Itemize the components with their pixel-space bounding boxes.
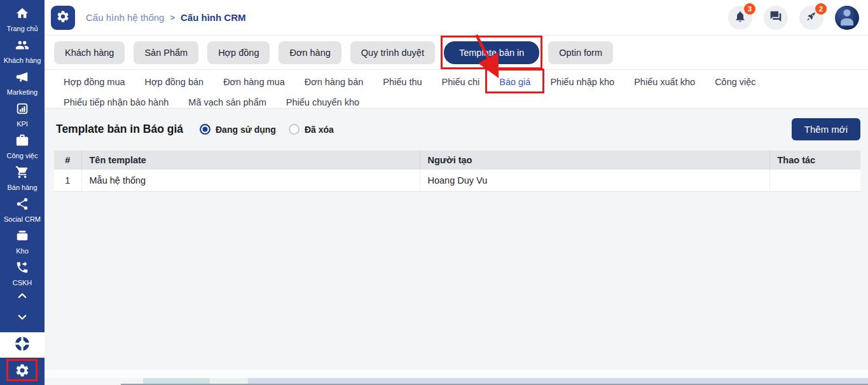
sidebar-nav: Trang chủ Khách hàng Marketing KPI Công … bbox=[0, 0, 45, 332]
sidebar-item-cong-viec[interactable]: Công việc bbox=[0, 130, 45, 162]
notifications-badge: 3 bbox=[744, 3, 755, 15]
notifications-button[interactable]: 3 bbox=[728, 6, 752, 30]
box-icon bbox=[15, 229, 29, 245]
subtab-label: Báo giá bbox=[499, 77, 530, 87]
subtab-line-2: Phiếu tiếp nhận bảo hành Mã vạch sản phẩ… bbox=[64, 97, 868, 110]
sidebar-scroll-up-button[interactable] bbox=[0, 289, 45, 303]
tab-template-ban-in[interactable]: Template bản in bbox=[444, 41, 539, 64]
title-row: Template bản in Báo giá Đang sử dụng Đã … bbox=[45, 109, 868, 140]
subtab-phieu-nhap-kho[interactable]: Phiếu nhập kho bbox=[550, 77, 614, 90]
main-area: Cấu hình hệ thống > Cấu hình CRM 3 2 bbox=[45, 0, 868, 385]
sidebar-item-label: KPI bbox=[17, 120, 28, 128]
sidebar-item-ban-hang[interactable]: Bán hàng bbox=[0, 162, 45, 194]
tab-hop-dong[interactable]: Hợp đồng bbox=[207, 41, 270, 64]
sidebar-item-trang-chu[interactable]: Trang chủ bbox=[0, 3, 45, 35]
scrollbar-segment bbox=[143, 378, 210, 384]
breadcrumb-current[interactable]: Cấu hình CRM bbox=[181, 12, 246, 23]
megaphone-icon bbox=[15, 70, 29, 86]
template-type-tab-bar: Hợp đồng mua Hợp đồng bán Đơn hàng mua Đ… bbox=[45, 70, 868, 109]
sidebar-support-button[interactable] bbox=[0, 332, 45, 358]
subtab-ma-vach-san-pham[interactable]: Mã vạch sản phẩm bbox=[188, 97, 266, 110]
subtab-phieu-chi[interactable]: Phiếu chi bbox=[442, 77, 480, 90]
tab-quy-trinh-duyet[interactable]: Quy trình duyệt bbox=[350, 41, 435, 64]
briefcase-icon bbox=[15, 133, 29, 150]
subtab-phieu-thu[interactable]: Phiếu thu bbox=[383, 77, 422, 90]
subtab-bao-gia[interactable]: Báo giá bbox=[499, 77, 530, 93]
scrollbar-thumb[interactable] bbox=[248, 378, 868, 384]
radio-label: Đã xóa bbox=[305, 125, 334, 135]
sidebar-item-label: Bán hàng bbox=[7, 184, 37, 191]
chevron-up-icon bbox=[17, 291, 28, 302]
cart-icon bbox=[15, 165, 29, 182]
table-row[interactable]: 1 Mẫu hệ thống Hoang Duy Vu bbox=[54, 170, 860, 192]
sidebar-item-label: Kho bbox=[16, 247, 29, 255]
sidebar-item-kpi[interactable]: KPI bbox=[0, 98, 45, 130]
topbar-actions: 3 2 bbox=[728, 6, 859, 30]
messages-button[interactable] bbox=[764, 6, 788, 30]
subtab-phieu-chuyen-kho[interactable]: Phiếu chuyển kho bbox=[286, 97, 359, 110]
sidebar-settings-button[interactable] bbox=[0, 358, 45, 385]
subtab-don-hang-ban[interactable]: Đơn hàng bán bbox=[305, 77, 364, 90]
radio-selected-icon[interactable] bbox=[200, 124, 210, 135]
subtab-phieu-tiep-nhan-bao-hanh[interactable]: Phiếu tiếp nhận bảo hành bbox=[64, 97, 169, 110]
page-title: Template bản in Báo giá bbox=[56, 123, 183, 136]
user-avatar[interactable] bbox=[835, 6, 859, 30]
column-header-creator: Người tạo bbox=[420, 151, 769, 170]
status-filter-group: Đang sử dụng Đã xóa bbox=[200, 124, 334, 135]
sidebar-item-label: Marketing bbox=[7, 88, 38, 96]
bottom-spacer bbox=[45, 370, 868, 378]
sidebar-item-social-crm[interactable]: Social CRM bbox=[0, 194, 45, 226]
sidebar-item-cskh[interactable]: CSKH bbox=[0, 257, 45, 289]
bottom-strips bbox=[45, 370, 868, 385]
sidebar-item-label: Khách hàng bbox=[4, 57, 41, 64]
config-gear-button[interactable] bbox=[51, 6, 75, 30]
subtab-cong-viec[interactable]: Công việc bbox=[715, 77, 755, 90]
sidebar-item-kho[interactable]: Kho bbox=[0, 226, 45, 257]
sidebar-item-label: CSKH bbox=[13, 279, 32, 287]
sidebar-scroll-down-button[interactable] bbox=[0, 311, 45, 325]
radio-dang-su-dung[interactable]: Đang sử dụng bbox=[200, 124, 276, 135]
content-area: Template bản in Báo giá Đang sử dụng Đã … bbox=[45, 109, 868, 385]
breadcrumb: Cấu hình hệ thống > Cấu hình CRM bbox=[86, 12, 246, 23]
column-header-actions: Thao tác bbox=[769, 151, 860, 170]
share-icon bbox=[15, 197, 29, 213]
subtab-phieu-xuat-kho[interactable]: Phiếu xuất kho bbox=[634, 77, 695, 90]
users-icon bbox=[15, 38, 29, 55]
sidebar-item-label: Công việc bbox=[7, 152, 38, 159]
column-header-template-name: Tên template bbox=[81, 151, 420, 170]
tab-optin-form[interactable]: Optin form bbox=[548, 41, 613, 64]
breadcrumb-parent[interactable]: Cấu hình hệ thống bbox=[86, 12, 164, 23]
column-header-index: # bbox=[54, 151, 81, 170]
gear-icon bbox=[56, 10, 70, 25]
gear-icon bbox=[15, 363, 30, 381]
app-root: Trang chủ Khách hàng Marketing KPI Công … bbox=[0, 0, 868, 385]
subtab-hop-dong-ban[interactable]: Hợp đồng bán bbox=[145, 77, 204, 90]
chevron-down-icon bbox=[17, 313, 28, 323]
top-bar: Cấu hình hệ thống > Cấu hình CRM 3 2 bbox=[45, 0, 868, 36]
tab-don-hang[interactable]: Đơn hàng bbox=[279, 41, 341, 64]
cell-index: 1 bbox=[54, 170, 81, 192]
horizontal-scrollbar[interactable] bbox=[143, 378, 868, 384]
quick-start-button[interactable]: 2 bbox=[799, 6, 823, 30]
add-new-button[interactable]: Thêm mới bbox=[792, 118, 860, 140]
sidebar-item-khach-hang[interactable]: Khách hàng bbox=[0, 35, 45, 67]
tab-san-pham[interactable]: Sản Phẩm bbox=[134, 41, 198, 64]
sidebar-item-marketing[interactable]: Marketing bbox=[0, 67, 45, 98]
sidebar-item-label: Social CRM bbox=[4, 215, 41, 223]
radio-unselected-icon[interactable] bbox=[289, 124, 300, 135]
sidebar: Trang chủ Khách hàng Marketing KPI Công … bbox=[0, 0, 45, 385]
scrollbar-segment bbox=[210, 378, 248, 384]
quick-start-badge: 2 bbox=[815, 3, 827, 15]
breadcrumb-separator: > bbox=[170, 13, 175, 22]
subtab-don-hang-mua[interactable]: Đơn hàng mua bbox=[223, 77, 285, 90]
subtab-hop-dong-mua[interactable]: Hợp đồng mua bbox=[64, 77, 125, 90]
tab-khach-hang[interactable]: Khách hàng bbox=[54, 41, 125, 64]
radio-da-xoa[interactable]: Đã xóa bbox=[289, 124, 334, 135]
lifebuoy-icon bbox=[14, 335, 31, 355]
radio-label: Đang sử dụng bbox=[216, 125, 276, 135]
table-header-row: # Tên template Người tạo Thao tác bbox=[54, 151, 860, 170]
kpi-chart-icon bbox=[15, 102, 29, 118]
tab-label: Template bản in bbox=[459, 48, 524, 58]
template-table: # Tên template Người tạo Thao tác 1 Mẫu … bbox=[54, 151, 860, 192]
person-icon bbox=[836, 6, 858, 30]
